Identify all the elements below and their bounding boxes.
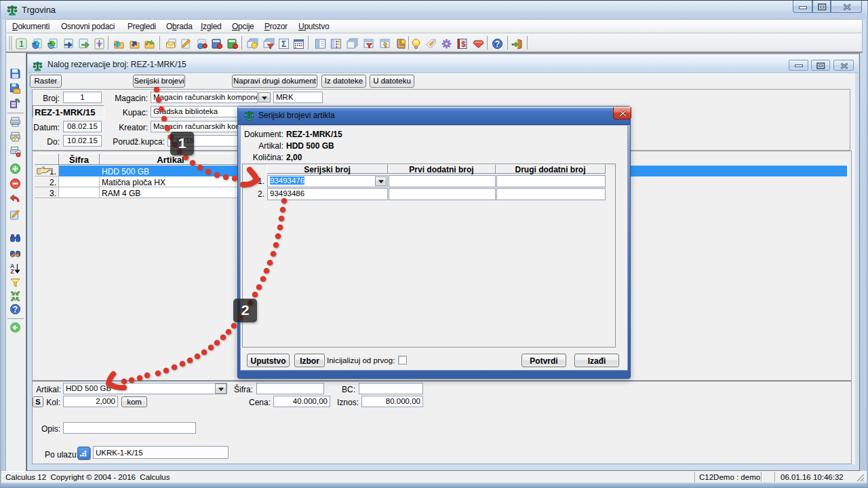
svg-text:?: ? — [13, 305, 18, 314]
svg-text:$: $ — [461, 40, 465, 48]
svg-text:Σ: Σ — [281, 39, 286, 49]
svg-text:Z: Z — [10, 268, 14, 274]
svg-text:?: ? — [495, 39, 500, 49]
svg-text:1: 1 — [19, 39, 24, 49]
